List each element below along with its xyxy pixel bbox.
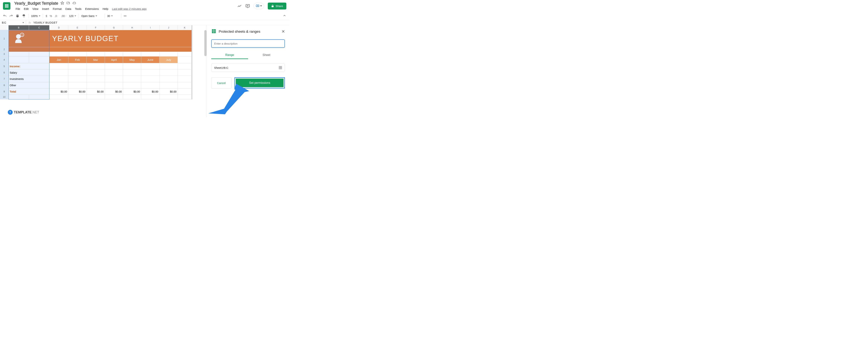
cell[interactable] — [29, 89, 50, 95]
cell[interactable] — [123, 76, 141, 82]
cell[interactable] — [29, 57, 50, 63]
star-icon[interactable] — [60, 1, 64, 6]
cell[interactable] — [50, 69, 68, 76]
cell[interactable] — [159, 69, 178, 76]
menu-help[interactable]: Help — [101, 6, 110, 11]
col-header-I[interactable]: I — [141, 25, 159, 30]
tab-range[interactable]: Range — [211, 52, 248, 59]
row-header-4[interactable]: 4 — [0, 57, 8, 63]
scrollbar-vertical[interactable] — [204, 30, 207, 56]
month-feb[interactable]: Feb — [68, 57, 87, 63]
other-label[interactable]: Other — [8, 82, 29, 89]
cell[interactable] — [159, 95, 178, 99]
cell[interactable] — [87, 69, 105, 76]
cell[interactable] — [87, 76, 105, 82]
month-july[interactable]: July — [159, 57, 178, 63]
doc-title[interactable]: Yearly_Budget Template — [14, 1, 58, 6]
total-val-4[interactable]: $0.00 — [123, 89, 141, 95]
col-header-K[interactable]: K — [178, 25, 192, 30]
cell[interactable] — [87, 95, 105, 99]
cell[interactable] — [87, 63, 105, 69]
cell[interactable] — [123, 82, 141, 89]
cell[interactable] — [141, 63, 159, 69]
col-header-C[interactable]: C — [29, 25, 50, 30]
row-header-5[interactable]: 5 — [0, 63, 8, 69]
cell[interactable] — [178, 63, 192, 69]
percent-button[interactable]: % — [50, 14, 52, 18]
menu-view[interactable]: View — [31, 6, 40, 11]
cancel-button[interactable]: Cancel — [211, 77, 231, 89]
cell[interactable] — [8, 52, 29, 57]
month-mar[interactable]: Mar — [87, 57, 105, 63]
range-input[interactable]: Sheet1!B:C — [211, 64, 285, 72]
cell[interactable] — [29, 82, 50, 89]
row-header-8[interactable]: 8 — [0, 82, 8, 89]
formula-input[interactable]: YEARLY BUDGET — [33, 21, 58, 24]
row-header-6[interactable]: 6 — [0, 69, 8, 76]
cell[interactable] — [50, 47, 192, 52]
font-dropdown[interactable]: Open Sans — [82, 14, 102, 18]
month-may[interactable]: May — [123, 57, 141, 63]
cell[interactable] — [87, 52, 105, 57]
print-icon[interactable] — [16, 14, 19, 18]
menu-format[interactable]: Format — [51, 6, 63, 11]
month-june[interactable]: June — [141, 57, 159, 63]
collapse-toolbar-icon[interactable] — [283, 14, 286, 18]
total-val-6[interactable]: $0.00 — [159, 89, 178, 95]
sheets-logo[interactable] — [3, 2, 10, 10]
cell[interactable] — [178, 82, 192, 89]
banner-title[interactable]: YEARLY BUDGET — [50, 30, 192, 47]
row-header-7[interactable]: 7 — [0, 76, 8, 82]
cell[interactable] — [29, 69, 50, 76]
close-icon[interactable]: ✕ — [281, 29, 285, 34]
cell[interactable] — [29, 95, 50, 99]
cell[interactable] — [105, 82, 123, 89]
fontsize-dropdown[interactable]: 30 — [107, 14, 119, 18]
menu-insert[interactable]: Insert — [40, 6, 51, 11]
redo-icon[interactable] — [9, 14, 13, 18]
last-edit-link[interactable]: Last edit was 2 minutes ago — [111, 6, 148, 11]
cell[interactable] — [68, 76, 87, 82]
col-header-B[interactable]: B — [8, 25, 29, 30]
move-icon[interactable] — [66, 1, 70, 6]
undo-icon[interactable] — [3, 14, 7, 18]
menu-data[interactable]: Data — [64, 6, 73, 11]
cell[interactable] — [159, 63, 178, 69]
cell[interactable] — [50, 52, 68, 57]
cell[interactable] — [50, 95, 68, 99]
decrease-decimal-button[interactable]: .0← — [55, 14, 59, 18]
cell[interactable] — [178, 52, 192, 57]
cell[interactable] — [29, 76, 50, 82]
number-format-dropdown[interactable]: 123 — [69, 14, 76, 18]
cell[interactable] — [68, 95, 87, 99]
cell[interactable] — [123, 69, 141, 76]
salary-label[interactable]: Salary — [8, 69, 29, 76]
menu-file[interactable]: File — [14, 6, 22, 11]
paint-format-icon[interactable] — [22, 14, 26, 18]
col-header-H[interactable]: H — [123, 25, 141, 30]
row-header-10[interactable]: 10 — [0, 95, 8, 99]
name-box[interactable]: B:C — [0, 20, 26, 25]
cell[interactable] — [123, 95, 141, 99]
cell[interactable] — [68, 82, 87, 89]
menu-edit[interactable]: Edit — [22, 6, 30, 11]
col-header-E[interactable]: E — [68, 25, 87, 30]
cell[interactable] — [141, 76, 159, 82]
set-permissions-button[interactable]: Set permissions — [236, 78, 284, 87]
row-header-2[interactable]: 2 — [0, 47, 8, 52]
currency-button[interactable]: $ — [46, 14, 47, 18]
row-header-3[interactable]: 3 — [0, 52, 8, 57]
activity-icon[interactable] — [237, 4, 242, 8]
month-april[interactable]: April — [105, 57, 123, 63]
cell[interactable] — [159, 52, 178, 57]
investments-label[interactable]: Investments — [8, 76, 29, 82]
col-header-F[interactable]: F — [87, 25, 105, 30]
cloud-icon[interactable] — [72, 1, 76, 6]
col-header-J[interactable]: J — [159, 25, 178, 30]
cell[interactable] — [29, 52, 50, 57]
description-input[interactable] — [211, 39, 285, 48]
month-jan[interactable]: Jan — [50, 57, 68, 63]
cell[interactable] — [105, 76, 123, 82]
cell[interactable] — [8, 47, 50, 52]
cell[interactable] — [68, 69, 87, 76]
